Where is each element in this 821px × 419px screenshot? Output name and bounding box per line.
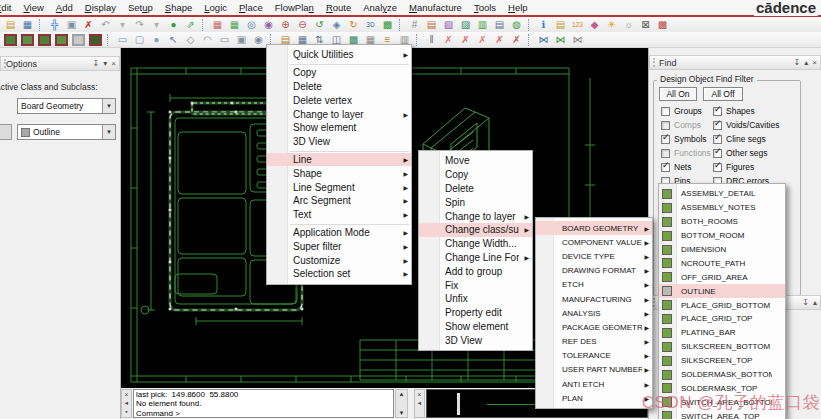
menu-item[interactable]: USER PART NUMBER▶ bbox=[536, 363, 652, 377]
menu-item[interactable]: Copy bbox=[267, 66, 411, 80]
console-scrollbar[interactable]: ▲ ▼ bbox=[395, 389, 408, 418]
menu-item[interactable]: Customize▶ bbox=[267, 253, 411, 267]
visibility-swatch-4[interactable] bbox=[55, 34, 68, 46]
toolbar-icon[interactable] bbox=[399, 19, 403, 31]
menu-item[interactable]: Change Width... bbox=[419, 237, 532, 251]
menu-item[interactable]: DEVICE TYPE▶ bbox=[536, 249, 652, 263]
menu-item[interactable]: PLAN▶ bbox=[536, 391, 652, 405]
menu-item[interactable]: ANTI ETCH▶ bbox=[536, 377, 652, 391]
zoom-out-icon[interactable]: ⊖ bbox=[295, 18, 310, 31]
swap-components-icon[interactable]: ⋈ bbox=[553, 33, 568, 46]
rats-component-icon[interactable]: ✗ bbox=[475, 33, 490, 46]
menu-item[interactable]: Move bbox=[419, 154, 532, 168]
visibility-swatch-2[interactable] bbox=[21, 34, 34, 46]
color192-icon[interactable]: ▧ bbox=[441, 18, 456, 31]
menu-item[interactable]: SOLDERMASK_BOTTOM bbox=[659, 368, 785, 382]
move-icon[interactable]: ╬ bbox=[47, 18, 62, 31]
delete-icon[interactable]: ✗ bbox=[81, 18, 96, 31]
shadow-mode-icon[interactable]: ▨ bbox=[458, 18, 473, 31]
checkbox[interactable]: ✓ bbox=[713, 135, 722, 144]
find-filter-checkbox[interactable]: ✓Comps bbox=[661, 118, 711, 132]
find-filter-checkbox[interactable]: ✓Shapes bbox=[713, 104, 779, 118]
zoom-in-icon[interactable]: ⊕ bbox=[278, 18, 293, 31]
toolbar-icon[interactable] bbox=[107, 34, 111, 46]
visibility-swatch-5[interactable] bbox=[72, 34, 85, 46]
menu-item[interactable]: PACKAGE GEOMETRY▶ bbox=[536, 320, 652, 334]
menubar-item[interactable]: Edit bbox=[0, 1, 17, 14]
toolbar-icon[interactable] bbox=[528, 19, 532, 31]
find-filter-checkbox[interactable]: ✓Symbols bbox=[661, 132, 711, 146]
menu-item[interactable]: Arc Segment▶ bbox=[267, 194, 411, 208]
dock-icon[interactable]: ▪ bbox=[125, 408, 127, 415]
shape-add-icon[interactable]: ▢ bbox=[132, 33, 147, 46]
unrats-component-icon[interactable]: ✗ bbox=[492, 33, 507, 46]
menu-item[interactable]: Text▶ bbox=[267, 208, 411, 222]
find-filter-checkbox[interactable]: ✓Cline segs bbox=[713, 132, 779, 146]
redraw-icon[interactable]: ↻ bbox=[346, 18, 361, 31]
menu-item[interactable]: Change class/subclass▶ bbox=[419, 223, 532, 237]
menu-item[interactable]: Line▶ bbox=[267, 153, 411, 167]
menu-item[interactable]: PLACE_GRID_TOP bbox=[659, 312, 785, 326]
shine-icon[interactable]: ☀ bbox=[604, 18, 619, 31]
shape-circle-icon[interactable]: ● bbox=[149, 33, 164, 46]
highlight-icon[interactable]: ● bbox=[166, 18, 181, 31]
menubar-item[interactable]: Tools bbox=[468, 1, 502, 14]
zoom-previous-icon[interactable]: ↺ bbox=[312, 18, 327, 31]
menubar-item[interactable]: Setup bbox=[122, 1, 159, 14]
find-panel-titlebar[interactable]: Find ↧ ▴ × bbox=[649, 55, 821, 70]
checkbox[interactable]: ✓ bbox=[713, 163, 722, 172]
undo-icon[interactable]: ↶ bbox=[98, 18, 113, 31]
shape-polygon-icon[interactable]: ◇ bbox=[183, 33, 198, 46]
menu-item[interactable]: SILKSCREEN_TOP bbox=[659, 354, 785, 368]
menu-item[interactable]: Unfix bbox=[419, 292, 532, 306]
scroll-up-icon[interactable]: ▲ bbox=[399, 391, 405, 397]
checkbox[interactable]: ✓ bbox=[661, 107, 670, 116]
checkbox[interactable]: ✓ bbox=[661, 163, 670, 172]
status-icon[interactable]: ◍ bbox=[509, 18, 524, 31]
collapse-icon[interactable]: ▴ bbox=[804, 56, 808, 69]
menu-item[interactable]: Add to group bbox=[419, 264, 532, 278]
class-selector[interactable]: Board Geometry ▼ bbox=[17, 98, 116, 114]
layers-icon[interactable]: ▤ bbox=[492, 18, 507, 31]
menu-item[interactable]: DIMENSION bbox=[659, 243, 785, 257]
swap-functions-icon[interactable]: ⋈ bbox=[570, 33, 585, 46]
menu-item[interactable]: COMPONENT VALUE▶ bbox=[536, 235, 652, 249]
show-element-icon[interactable]: ℹ bbox=[536, 18, 551, 31]
menu-item[interactable]: Show element bbox=[419, 320, 532, 334]
visibility-swatch-3[interactable] bbox=[38, 34, 51, 46]
menu-item[interactable]: NCROUTE_PATH bbox=[659, 256, 785, 270]
menu-item[interactable]: Delete vertex bbox=[267, 93, 411, 107]
checkbox[interactable]: ✓ bbox=[661, 135, 670, 144]
menu-item[interactable]: Selection set▶ bbox=[267, 267, 411, 281]
rats-net-icon[interactable]: ✗ bbox=[441, 33, 456, 46]
find-filter-checkbox[interactable]: ✓Voids/Cavities bbox=[713, 118, 779, 132]
menubar-item[interactable]: Logic bbox=[198, 1, 233, 14]
menu-item[interactable]: Show element bbox=[267, 121, 411, 135]
zoom-selection-icon[interactable]: ◈ bbox=[329, 18, 344, 31]
collapse-left-icon[interactable]: ◂ bbox=[418, 399, 421, 407]
swap-pins-icon[interactable]: ⋈ bbox=[536, 33, 551, 46]
menu-item[interactable]: 3D View bbox=[419, 333, 532, 347]
menubar-item[interactable]: Analyze bbox=[357, 1, 403, 14]
rats-grid-icon[interactable]: ▦ bbox=[227, 18, 242, 31]
menubar-item[interactable]: Place bbox=[233, 1, 269, 14]
pin-icon[interactable]: ⇗ bbox=[183, 18, 198, 31]
show-properties-icon[interactable]: ▤ bbox=[553, 18, 568, 31]
checkbox[interactable]: ✓ bbox=[713, 121, 722, 130]
menu-item[interactable]: ASSEMBLY_DETAIL bbox=[659, 187, 785, 201]
copy-icon[interactable]: ▣ bbox=[64, 18, 79, 31]
view-3d-icon[interactable]: 3D bbox=[363, 18, 378, 31]
menu-item[interactable]: REF DES▶ bbox=[536, 335, 652, 349]
menubar-item[interactable]: Shape bbox=[159, 1, 198, 14]
command-console[interactable]: last pick: 149.8600 55.8800No element fo… bbox=[133, 389, 394, 418]
menu-item[interactable]: OUTLINE bbox=[659, 284, 785, 298]
menu-item[interactable]: PLATING_BAR bbox=[659, 326, 785, 340]
add-connect-icon[interactable]: ▭ bbox=[115, 33, 130, 46]
dehighlight-icon[interactable]: ☼ bbox=[621, 18, 636, 31]
menu-item[interactable]: BOTTOM_ROOM bbox=[659, 229, 785, 243]
shape-filled-rect-icon[interactable]: ▣ bbox=[234, 33, 249, 46]
subclass-selector[interactable]: Outline ▼ bbox=[17, 124, 116, 140]
menu-item[interactable]: 3D View bbox=[267, 135, 411, 149]
menu-item[interactable]: BOTH_ROOMS bbox=[659, 215, 785, 229]
menubar-item[interactable]: Manufacture bbox=[403, 1, 468, 14]
